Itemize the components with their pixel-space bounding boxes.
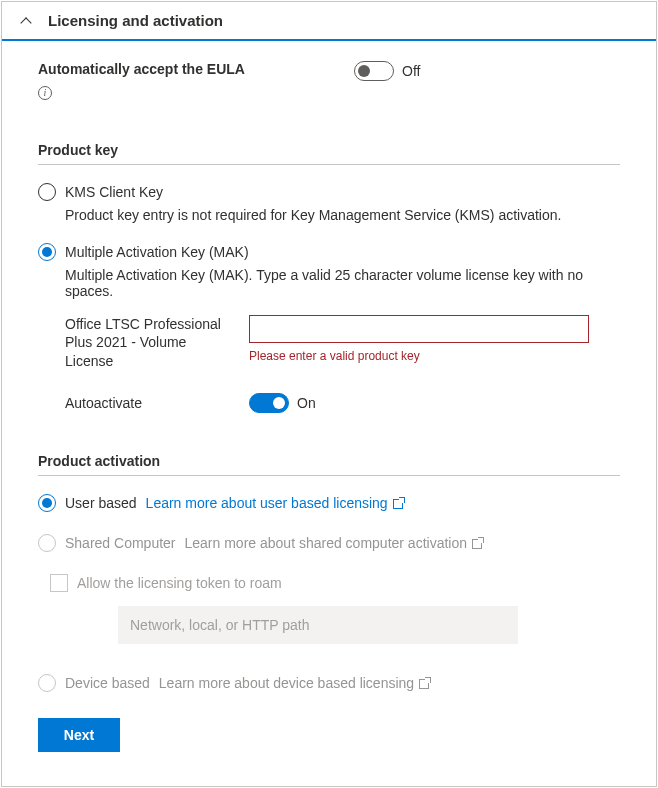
mak-key-error: Please enter a valid product key [249,349,620,363]
activation-shared-link-text: Learn more about shared computer activat… [185,535,468,551]
roam-checkbox [50,574,68,592]
eula-label: Automatically accept the EULA [38,61,354,77]
external-link-icon [393,497,405,509]
kms-desc: Product key entry is not required for Ke… [65,207,620,223]
autoactivate-label: Autoactivate [65,395,249,411]
activation-device-label: Device based [65,675,150,691]
mak-key-field-wrap: Please enter a valid product key [249,315,620,372]
activation-device-option: Device based Learn more about device bas… [38,674,620,692]
autoactivate-toggle[interactable] [249,393,289,413]
licensing-panel: Licensing and activation Automatically a… [1,1,657,787]
panel-header[interactable]: Licensing and activation [2,2,656,41]
autoactivate-state: On [297,395,316,411]
eula-label-wrap: Automatically accept the EULA i [38,61,354,100]
mak-key-input[interactable] [249,315,589,343]
roam-option: Allow the licensing token to roam [50,574,620,592]
eula-toggle-wrap: Off [354,61,420,81]
kms-radio-label: KMS Client Key [65,184,163,200]
autoactivate-toggle-wrap: On [249,393,316,413]
kms-radio[interactable] [38,183,56,201]
roam-path-input [118,606,518,644]
activation-device-link: Learn more about device based licensing [159,675,431,691]
roam-label: Allow the licensing token to roam [77,575,282,591]
mak-radio-row: Multiple Activation Key (MAK) [38,243,620,261]
activation-section-title: Product activation [38,453,620,476]
chevron-up-icon [20,15,32,27]
kms-radio-row: KMS Client Key [38,183,620,201]
activation-user-link-text: Learn more about user based licensing [146,495,388,511]
activation-user-label: User based [65,495,137,511]
eula-toggle[interactable] [354,61,394,81]
panel-title: Licensing and activation [48,12,223,29]
panel-content: Automatically accept the EULA i Off Prod… [2,41,656,786]
autoactivate-row: Autoactivate On [65,393,620,413]
mak-key-row: Office LTSC Professional Plus 2021 - Vol… [65,315,620,372]
eula-row: Automatically accept the EULA i Off [38,61,620,100]
activation-user-option: User based Learn more about user based l… [38,494,620,512]
product-key-section-title: Product key [38,142,620,165]
mak-radio[interactable] [38,243,56,261]
mak-desc: Multiple Activation Key (MAK). Type a va… [65,267,620,299]
info-icon[interactable]: i [38,86,52,100]
activation-user-link[interactable]: Learn more about user based licensing [146,495,405,511]
activation-shared-link: Learn more about shared computer activat… [185,535,485,551]
eula-toggle-state: Off [402,63,420,79]
mak-radio-label: Multiple Activation Key (MAK) [65,244,249,260]
external-link-icon [472,537,484,549]
next-button[interactable]: Next [38,718,120,752]
activation-device-link-text: Learn more about device based licensing [159,675,414,691]
activation-shared-option: Shared Computer Learn more about shared … [38,534,620,552]
activation-device-radio [38,674,56,692]
mak-key-label: Office LTSC Professional Plus 2021 - Vol… [65,315,237,372]
footer: Next [38,702,620,772]
external-link-icon [419,677,431,689]
activation-user-radio[interactable] [38,494,56,512]
activation-shared-radio [38,534,56,552]
activation-shared-label: Shared Computer [65,535,176,551]
